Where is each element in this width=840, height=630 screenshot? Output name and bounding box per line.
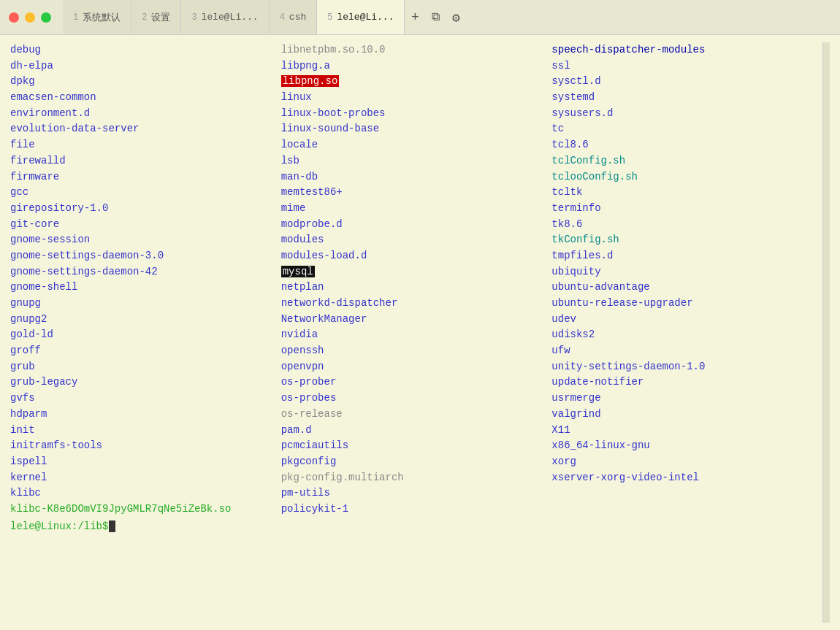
list-item: NetworkManager [281, 312, 545, 328]
list-item: file [10, 137, 274, 153]
list-item: openvpn [281, 359, 545, 375]
list-item: ubuntu-advantage [551, 280, 815, 296]
list-item: init [10, 423, 274, 439]
cursor [109, 520, 115, 532]
list-item: os-prober [281, 374, 545, 391]
list-item: linux [281, 90, 545, 106]
maximize-button[interactable] [41, 12, 51, 23]
list-item: grub [10, 359, 274, 375]
tab-label-1: 系统默认 [83, 11, 121, 24]
list-item: grub-legacy [10, 374, 274, 391]
tab-label-2: 设置 [151, 11, 170, 24]
tab-num-2: 2 [142, 12, 147, 23]
list-item: modules [281, 232, 545, 248]
column-3: speech-dispatcher-modulessslsysctl.dsyst… [551, 42, 822, 623]
list-item: mysql [281, 264, 545, 280]
list-item: pkg-config.multiarch [281, 470, 545, 486]
list-item: modprobe.d [281, 217, 545, 233]
list-item: tclConfig.sh [551, 153, 815, 169]
tab-bar: 1 系统默认 2 设置 3 lele@Li... 4 csh 5 lele@Li… [63, 0, 831, 34]
list-item: debug [10, 42, 274, 58]
list-item: mime [281, 201, 545, 217]
list-item: openssh [281, 343, 545, 359]
minimize-button[interactable] [25, 12, 35, 23]
list-item: gnome-settings-daemon-42 [10, 264, 274, 280]
list-item: lsb [281, 153, 545, 169]
list-item: pam.d [281, 423, 545, 439]
tab-5[interactable]: 5 lele@Li... [317, 0, 405, 34]
list-item: libpng.so [281, 74, 545, 90]
settings-button[interactable]: ⚙ [446, 7, 466, 28]
list-item: gnupg [10, 296, 274, 312]
tab-num-4: 4 [280, 12, 285, 23]
list-item: git-core [10, 217, 274, 233]
list-item: man-db [281, 169, 545, 185]
new-tab-button[interactable]: + [405, 7, 425, 28]
tab-2[interactable]: 2 设置 [131, 0, 181, 34]
list-item: gnupg2 [10, 312, 274, 328]
list-item: gvfs [10, 391, 274, 407]
list-item: emacsen-common [10, 90, 274, 106]
list-item: ispell [10, 454, 274, 470]
list-item: tcl8.6 [551, 137, 815, 153]
list-item: pkgconfig [281, 454, 545, 470]
list-item: pm-utils [281, 485, 545, 502]
list-item: terminfo [551, 201, 815, 217]
list-item: locale [281, 137, 545, 153]
column-1: debugdh-elpadpkgemacsen-commonenvironmen… [10, 42, 281, 623]
list-item: kernel [10, 470, 274, 486]
prompt-line: lele@Linux:/lib$ [10, 520, 274, 532]
list-item: systemd [551, 90, 815, 106]
list-item: update-notifier [551, 374, 815, 391]
list-item: groff [10, 343, 274, 359]
list-item: klibc-K8e6DOmVI9JpyGMLR7qNe5iZeBk.so [10, 502, 274, 518]
list-item: x86_64-linux-gnu [551, 438, 815, 454]
list-item: usrmerge [551, 391, 815, 407]
list-item: gold-ld [10, 327, 274, 343]
scrollbar[interactable] [822, 42, 830, 623]
list-item: networkd-dispatcher [281, 296, 545, 312]
tab-num-3: 3 [191, 12, 196, 23]
tab-label-4: csh [289, 12, 306, 23]
list-item: nvidia [281, 327, 545, 343]
list-item: tk8.6 [551, 217, 815, 233]
list-item: tclooConfig.sh [551, 169, 815, 185]
list-item: hdparm [10, 407, 274, 423]
tab-num-1: 1 [73, 12, 78, 23]
tab-1[interactable]: 1 系统默认 [63, 0, 131, 34]
list-item: X11 [551, 423, 815, 439]
list-item: pcmciautils [281, 438, 545, 454]
list-item: valgrind [551, 407, 815, 423]
list-item: linux-sound-base [281, 121, 545, 137]
list-item: gnome-session [10, 232, 274, 248]
list-item: ufw [551, 343, 815, 359]
list-item: dpkg [10, 74, 274, 90]
list-item: sysctl.d [551, 74, 815, 90]
split-pane-button[interactable]: ⧉ [425, 7, 446, 28]
column-2: libnetpbm.so.10.0libpng.alibpng.solinuxl… [281, 42, 552, 623]
list-item: modules-load.d [281, 248, 545, 264]
close-button[interactable] [9, 12, 19, 23]
list-item: gnome-shell [10, 280, 274, 296]
list-item: xorg [551, 454, 815, 470]
tab-4[interactable]: 4 csh [270, 0, 318, 34]
list-item: policykit-1 [281, 502, 545, 518]
traffic-lights [9, 12, 51, 23]
list-item: girepository-1.0 [10, 201, 274, 217]
list-item: netplan [281, 280, 545, 296]
list-item: firmware [10, 169, 274, 185]
list-item: libnetpbm.so.10.0 [281, 42, 545, 58]
list-item: ubiquity [551, 264, 815, 280]
list-item: klibc [10, 485, 274, 502]
list-item: tmpfiles.d [551, 248, 815, 264]
list-item: sysusers.d [551, 106, 815, 122]
tab-num-5: 5 [327, 12, 332, 23]
list-item: tkConfig.sh [551, 232, 815, 248]
tab-3[interactable]: 3 lele@Li... [181, 0, 269, 34]
list-item: evolution-data-server [10, 121, 274, 137]
list-item: os-probes [281, 391, 545, 407]
list-item: memtest86+ [281, 185, 545, 201]
list-item: environment.d [10, 106, 274, 122]
list-item: xserver-xorg-video-intel [551, 470, 815, 486]
list-item: os-release [281, 407, 545, 423]
